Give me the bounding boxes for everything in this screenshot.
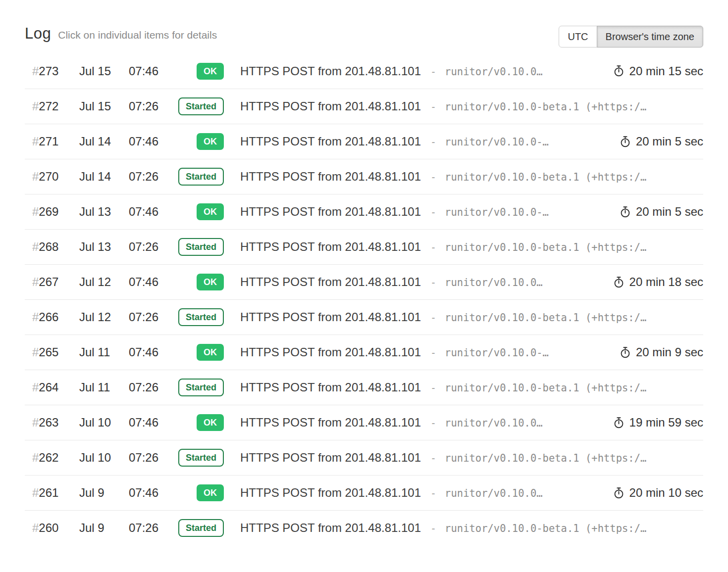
status-badge-cell: OK [178, 203, 224, 220]
duration-text: 20 min 15 sec [629, 64, 703, 78]
stopwatch-icon [613, 276, 625, 288]
log-page: Log Click on individual items for detail… [0, 0, 728, 545]
log-row[interactable]: #270 Jul 14 07:26 Started HTTPS POST fro… [25, 159, 703, 194]
row-number: #263 [25, 416, 79, 429]
row-time: 07:26 [129, 240, 178, 254]
agent-text: runitor/v0.10.0-beta.1 (+https:/… [445, 382, 646, 394]
status-badge-cell: Started [178, 379, 224, 396]
row-duration: 20 min 5 sec [619, 135, 703, 148]
log-row[interactable]: #269 Jul 13 07:46 OK HTTPS POST from 201… [25, 194, 703, 229]
row-duration: 20 min 10 sec [613, 486, 703, 500]
row-number: #271 [25, 135, 79, 148]
status-badge: OK [197, 414, 224, 431]
status-badge-cell: OK [178, 484, 224, 501]
row-date: Jul 10 [79, 451, 129, 465]
hash-prefix: # [32, 310, 39, 324]
separator-dash: - [430, 101, 436, 113]
agent-text: runitor/v0.10.0-beta.1 (+https:/… [445, 241, 646, 253]
separator-dash: - [430, 487, 436, 499]
agent-text: runitor/v0.10.0-beta.1 (+https:/… [445, 101, 646, 113]
row-number: #272 [25, 99, 79, 113]
row-number-value: 266 [39, 310, 58, 324]
hash-prefix: # [32, 170, 39, 183]
log-row[interactable]: #271 Jul 14 07:46 OK HTTPS POST from 201… [25, 124, 703, 159]
row-date: Jul 15 [79, 64, 129, 78]
row-time: 07:46 [129, 275, 178, 289]
row-number-value: 273 [39, 64, 58, 78]
status-badge: Started [178, 168, 224, 186]
log-row[interactable]: #267 Jul 12 07:46 OK HTTPS POST from 201… [25, 264, 703, 299]
row-number-value: 265 [39, 345, 58, 359]
status-badge-cell: Started [178, 238, 224, 256]
hash-prefix: # [32, 135, 39, 148]
stopwatch-icon [613, 417, 625, 429]
row-date: Jul 12 [79, 310, 129, 324]
agent-text: runitor/v0.10.0-beta.1 (+https:/… [445, 171, 646, 183]
duration-text: 20 min 10 sec [629, 486, 703, 500]
event-text: HTTPS POST from 201.48.81.101 [240, 135, 421, 148]
log-row[interactable]: #262 Jul 10 07:26 Started HTTPS POST fro… [25, 440, 703, 475]
row-date: Jul 14 [79, 135, 129, 148]
log-row[interactable]: #268 Jul 13 07:26 Started HTTPS POST fro… [25, 229, 703, 264]
page-header: Log Click on individual items for detail… [25, 0, 703, 48]
status-badge-cell: OK [178, 133, 224, 150]
separator-dash: - [430, 66, 436, 78]
row-duration: 20 min 9 sec [619, 345, 703, 359]
row-number: #260 [25, 521, 79, 535]
status-badge-cell: OK [178, 414, 224, 431]
row-time: 07:26 [129, 521, 178, 535]
stopwatch-icon [613, 65, 625, 77]
duration-text: 20 min 5 sec [636, 135, 703, 148]
row-number: #264 [25, 381, 79, 394]
stopwatch-icon [613, 487, 625, 499]
log-row[interactable]: #263 Jul 10 07:46 OK HTTPS POST from 201… [25, 405, 703, 440]
log-row[interactable]: #261 Jul 9 07:46 OK HTTPS POST from 201.… [25, 475, 703, 510]
agent-text: runitor/v0.10.0… [445, 487, 542, 499]
log-table: #273 Jul 15 07:46 OK HTTPS POST from 201… [25, 53, 703, 545]
title-block: Log Click on individual items for detail… [25, 25, 217, 43]
row-date: Jul 13 [79, 205, 129, 219]
status-badge: OK [197, 133, 224, 150]
utc-button[interactable]: UTC [559, 26, 597, 48]
stopwatch-icon [619, 206, 631, 218]
row-number: #273 [25, 64, 79, 78]
status-badge-cell: OK [178, 63, 224, 80]
row-description: HTTPS POST from 201.48.81.101 - runitor/… [240, 240, 703, 254]
row-number-value: 272 [39, 99, 58, 113]
separator-dash: - [430, 452, 436, 464]
log-row[interactable]: #265 Jul 11 07:46 OK HTTPS POST from 201… [25, 334, 703, 370]
status-badge-cell: Started [178, 308, 224, 326]
separator-dash: - [430, 382, 436, 394]
agent-text: runitor/v0.10.0… [445, 417, 542, 429]
agent-text: runitor/v0.10.0… [445, 66, 542, 78]
row-number-value: 262 [39, 451, 58, 464]
log-row[interactable]: #273 Jul 15 07:46 OK HTTPS POST from 201… [25, 53, 703, 89]
row-date: Jul 14 [79, 170, 129, 184]
separator-dash: - [430, 206, 436, 218]
row-number: #270 [25, 170, 79, 184]
browser-timezone-button[interactable]: Browser's time zone [597, 26, 703, 48]
row-date: Jul 11 [79, 381, 129, 394]
page-title: Log [25, 25, 51, 43]
agent-text: runitor/v0.10.0-… [445, 347, 549, 359]
log-row[interactable]: #266 Jul 12 07:26 Started HTTPS POST fro… [25, 299, 703, 334]
event-text: HTTPS POST from 201.48.81.101 [240, 310, 421, 324]
row-description: HTTPS POST from 201.48.81.101 - runitor/… [240, 416, 599, 429]
status-badge-cell: Started [178, 168, 224, 186]
log-row[interactable]: #264 Jul 11 07:26 Started HTTPS POST fro… [25, 370, 703, 405]
hash-prefix: # [32, 99, 39, 113]
hash-prefix: # [32, 205, 39, 218]
log-row[interactable]: #260 Jul 9 07:26 Started HTTPS POST from… [25, 510, 703, 545]
status-badge: OK [197, 484, 224, 501]
event-text: HTTPS POST from 201.48.81.101 [240, 451, 421, 465]
status-badge: OK [197, 274, 224, 290]
status-badge: OK [197, 344, 224, 361]
event-text: HTTPS POST from 201.48.81.101 [240, 486, 421, 500]
status-badge-cell: OK [178, 274, 224, 290]
log-row[interactable]: #272 Jul 15 07:26 Started HTTPS POST fro… [25, 89, 703, 124]
hash-prefix: # [32, 345, 39, 359]
hash-prefix: # [32, 416, 39, 429]
row-date: Jul 9 [79, 486, 129, 500]
row-description: HTTPS POST from 201.48.81.101 - runitor/… [240, 451, 703, 465]
agent-text: runitor/v0.10.0-beta.1 (+https:/… [445, 312, 646, 324]
